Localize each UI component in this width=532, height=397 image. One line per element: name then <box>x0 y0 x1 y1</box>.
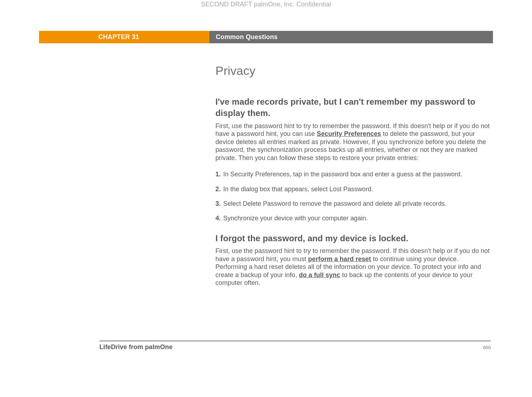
question-2-body: First, use the password hint to try to r… <box>215 247 492 287</box>
question-2-heading: I forgot the password, and my device is … <box>215 233 492 244</box>
step-number: 3. <box>215 200 223 208</box>
steps-list: 1.In Security Preferences, tap in the pa… <box>215 170 492 223</box>
question-2: I forgot the password, and my device is … <box>215 233 492 287</box>
footer-rule <box>99 341 491 341</box>
step-text: Synchronize your device with your comput… <box>223 214 492 222</box>
list-item: 3.Select Delete Password to remove the p… <box>215 200 492 208</box>
full-sync-link[interactable]: do a full sync <box>299 271 340 279</box>
content-area: Privacy I've made records private, but I… <box>215 64 493 287</box>
footer-row: LifeDrive from palmOne 650 <box>99 343 491 351</box>
step-number: 1. <box>215 170 223 178</box>
page: SECOND DRAFT palmOne, Inc. Confidential … <box>39 0 493 397</box>
step-text: Select Delete Password to remove the pas… <box>223 200 492 208</box>
list-item: 1.In Security Preferences, tap in the pa… <box>215 170 492 178</box>
step-number: 2. <box>215 185 223 193</box>
step-text: In Security Preferences, tap in the pass… <box>223 170 492 178</box>
question-1-heading: I've made records private, but I can't r… <box>215 96 492 119</box>
list-item: 2.In the dialog box that appears, select… <box>215 185 492 193</box>
security-preferences-link[interactable]: Security Preferences <box>317 130 381 137</box>
step-number: 4. <box>215 214 223 222</box>
chapter-label: CHAPTER 31 <box>39 31 209 43</box>
section-title: Privacy <box>215 64 492 78</box>
step-text: In the dialog box that appears, select L… <box>223 185 492 193</box>
confidential-header: SECOND DRAFT palmOne, Inc. Confidential <box>39 0 493 8</box>
page-footer: LifeDrive from palmOne 650 <box>99 341 491 351</box>
question-1-body: First, use the password hint to try to r… <box>215 122 492 162</box>
hard-reset-link[interactable]: perform a hard reset <box>308 255 371 263</box>
page-number: 650 <box>483 345 491 350</box>
footer-title: LifeDrive from palmOne <box>99 343 172 351</box>
chapter-title: Common Questions <box>209 31 493 43</box>
list-item: 4.Synchronize your device with your comp… <box>215 214 492 222</box>
chapter-header-bar: CHAPTER 31 Common Questions <box>39 31 493 43</box>
